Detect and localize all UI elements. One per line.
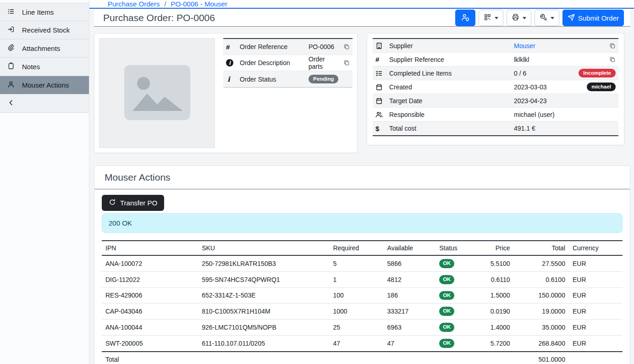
supplier-link[interactable]: Mouser <box>514 42 535 50</box>
breadcrumb-link-current-order[interactable]: PO-0006 - Mouser <box>171 0 227 8</box>
cell-total: 27.5500 <box>514 255 569 271</box>
cell-currency: EUR <box>569 271 623 287</box>
detail-row-supplier: Supplier Mouser <box>373 39 618 53</box>
cell-sku: 595-SN74HCS74QPWRQ1 <box>198 271 329 287</box>
cell-available: 333217 <box>384 303 436 320</box>
detail-label: Responsible <box>389 111 514 118</box>
barcode-actions-button[interactable] <box>479 10 503 26</box>
cell-currency: EUR <box>569 335 623 351</box>
order-image-placeholder[interactable] <box>99 38 215 148</box>
supplier-details-table: Supplier Mouser # Supplier Reference lkl… <box>373 38 618 136</box>
cell-status: OK <box>436 271 476 287</box>
cell-currency: EUR <box>569 320 623 336</box>
col-sku: SKU <box>198 241 329 255</box>
detail-value: Order parts <box>309 55 340 70</box>
main-area: Purchase Orders / PO-0006 - Mouser Purch… <box>89 0 634 364</box>
chevron-left-icon <box>7 99 15 108</box>
cell-available: 4812 <box>384 271 436 287</box>
detail-row-responsible: Responsible michael (user) <box>373 108 618 121</box>
cell-total: 268.8400 <box>514 335 569 351</box>
detail-value: 0 / 6 <box>514 70 575 77</box>
col-price: Price <box>476 241 514 255</box>
cell-available: 5866 <box>384 255 436 271</box>
ok-badge: OK <box>439 339 454 348</box>
sidebar-item-attachments[interactable]: Attachments <box>0 39 89 58</box>
sidebar-item-notes[interactable]: Notes <box>0 58 89 76</box>
user-shield-button[interactable] <box>455 10 475 26</box>
sidebar-item-label: Attachments <box>22 44 60 52</box>
cell-required: 25 <box>329 320 383 336</box>
cell-sku: 926-LMC7101QM5/NOPB <box>198 320 329 336</box>
chevron-down-icon <box>523 17 526 19</box>
order-actions-button[interactable] <box>535 10 559 26</box>
cell-required: 5 <box>329 255 383 271</box>
sidebar-item-received-stock[interactable]: Received Stock <box>0 21 89 39</box>
mouser-actions-panel: Mouser Actions Transfer PO 200 OK <box>94 165 630 364</box>
sidebar-item-label: Received Stock <box>22 26 70 34</box>
col-required: Required <box>329 241 383 255</box>
detail-label: Total cost <box>389 125 514 132</box>
app-window: Line Items Received Stock Attachments No… <box>0 0 634 364</box>
cell-ipn: CAP-043046 <box>102 303 198 320</box>
copy-icon[interactable] <box>606 43 616 49</box>
submit-order-label: Submit Order <box>578 14 619 22</box>
detail-value: michael (user) <box>514 111 616 118</box>
cell-total: 35.0000 <box>514 320 569 336</box>
page-header: Purchase Order: PO-0006 <box>94 10 630 27</box>
cell-currency: EUR <box>569 303 623 320</box>
table-row: ANA-100044 926-LMC7101QM5/NOPB 25 6963 O… <box>102 320 623 336</box>
detail-value: lklklkl <box>514 56 606 63</box>
cell-status: OK <box>436 303 476 320</box>
cell-sku: 810-C1005X7R1H104M <box>198 303 329 320</box>
sidebar-item-line-items[interactable]: Line Items <box>0 3 89 21</box>
header-actions: Submit Order <box>455 10 624 26</box>
copy-icon[interactable] <box>340 44 350 50</box>
sidebar-item-label: Mouser Actions <box>22 81 69 89</box>
dollar-icon: $ <box>375 125 389 132</box>
copy-icon[interactable] <box>606 56 616 63</box>
detail-label: Completed Line Items <box>389 70 514 77</box>
detail-label: Order Status <box>240 76 309 83</box>
copy-icon[interactable] <box>340 60 350 66</box>
cell-sku: 250-72981KLRATR150B3 <box>198 255 329 271</box>
cell-available: 6963 <box>384 320 436 336</box>
sidebar-item-label: Line Items <box>22 8 54 16</box>
ok-badge: OK <box>439 259 454 268</box>
info-circle-icon: i <box>226 59 240 66</box>
cell-ipn: SWT-200005 <box>102 335 198 351</box>
cell-status: OK <box>436 287 476 303</box>
wrench-icon <box>540 13 547 22</box>
print-actions-button[interactable] <box>507 10 531 26</box>
hash-icon: # <box>375 55 389 63</box>
cell-price: 5.5100 <box>476 255 514 271</box>
send-icon <box>568 14 575 22</box>
detail-value: 491.1 € <box>514 125 616 132</box>
col-available: Available <box>384 241 436 255</box>
cell-sku: 611-110.107.011/0205 <box>198 335 329 351</box>
list-check-icon <box>375 70 389 77</box>
submit-order-button[interactable]: Submit Order <box>562 10 624 26</box>
cell-required: 100 <box>329 287 383 303</box>
chevron-down-icon <box>551 17 554 19</box>
transfer-po-button[interactable]: Transfer PO <box>102 195 164 211</box>
receive-stock-icon <box>7 26 15 34</box>
cell-total: 0.6100 <box>514 271 569 287</box>
sidebar: Line Items Received Stock Attachments No… <box>0 0 89 364</box>
table-row: RES-429006 652-3314Z-1-503E 100 186 OK 1… <box>102 287 623 303</box>
breadcrumb-link-purchase-orders[interactable]: Purchase Orders <box>108 0 160 8</box>
sidebar-item-mouser-actions[interactable]: Mouser Actions <box>0 76 89 94</box>
cell-price: 5.7200 <box>476 335 514 351</box>
breadcrumb-separator: / <box>164 0 166 8</box>
supplier-info-card: Supplier Mouser # Supplier Reference lkl… <box>367 33 624 145</box>
cell-required: 1 <box>329 271 383 287</box>
page-title: Purchase Order: PO-0006 <box>103 12 215 23</box>
user-shield-icon <box>461 13 469 23</box>
table-row: ANA-100072 250-72981KLRATR150B3 5 5866 O… <box>102 255 623 271</box>
line-items-table: IPN SKU Required Available Status Price … <box>102 240 623 364</box>
list-icon <box>7 8 15 17</box>
panel-body: Transfer PO 200 OK IPN SKU Require <box>94 189 630 364</box>
cell-ipn: ANA-100072 <box>102 255 198 271</box>
refresh-icon <box>109 199 116 207</box>
transfer-po-label: Transfer PO <box>120 199 157 207</box>
sidebar-collapse-button[interactable] <box>0 94 89 113</box>
